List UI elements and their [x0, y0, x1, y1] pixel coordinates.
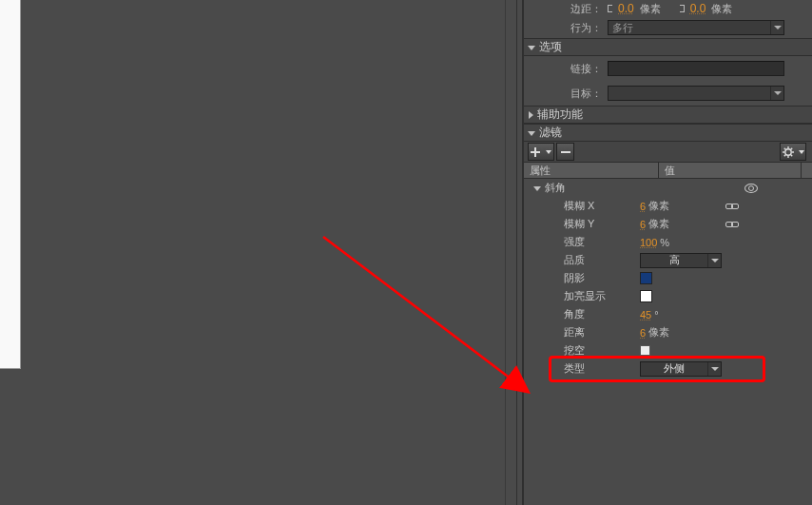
highlight-color-swatch[interactable] — [640, 290, 652, 302]
filter-table-header: 属性 值 — [524, 163, 812, 179]
link-icon[interactable] — [725, 220, 739, 229]
prop-blurx: 模糊 X 6像素 — [524, 197, 812, 215]
chevron-down-icon — [770, 21, 783, 34]
chevron-down-icon — [528, 46, 535, 50]
col-attribute[interactable]: 属性 — [524, 163, 659, 178]
target-combo[interactable] — [608, 86, 784, 101]
type-combo[interactable]: 外侧 — [640, 361, 722, 377]
margin-left-icon — [608, 5, 612, 12]
quality-combo-text: 高 — [641, 253, 707, 267]
behavior-label: 行为： — [528, 21, 608, 35]
prop-highlight: 加亮显示 — [524, 287, 812, 305]
minus-icon — [561, 147, 570, 157]
link-row: 链接： — [524, 56, 812, 81]
chevron-down-icon — [707, 362, 721, 376]
prop-type: 类型 外侧 — [524, 359, 812, 378]
prop-distance-value[interactable]: 6 — [640, 327, 646, 339]
prop-strength: 强度 100% — [524, 233, 812, 251]
chevron-down-icon — [770, 87, 783, 100]
canvas-document-edge — [0, 0, 21, 369]
chevron-down-icon — [546, 150, 551, 154]
add-filter-button[interactable] — [528, 143, 554, 161]
behavior-combo-text: 多行 — [609, 21, 770, 35]
section-accessibility-title: 辅助功能 — [537, 107, 583, 123]
remove-filter-button[interactable] — [556, 143, 574, 161]
col-scroll — [801, 163, 812, 178]
prop-distance-label: 距离 — [524, 325, 640, 340]
svg-line-9 — [790, 147, 791, 148]
prop-type-label: 类型 — [524, 361, 640, 376]
section-options-title: 选项 — [539, 39, 562, 55]
prop-angle-label: 角度 — [524, 307, 640, 321]
unit-px: 像素 — [648, 217, 669, 231]
filter-group-bevel[interactable]: 斜角 — [524, 179, 812, 197]
margin-right-value[interactable]: 0.0 — [690, 2, 706, 15]
margin-right-icon — [680, 5, 685, 12]
chevron-right-icon — [529, 111, 533, 119]
svg-line-10 — [783, 154, 784, 155]
margin-left-value[interactable]: 0.0 — [618, 2, 634, 15]
section-options-header[interactable]: 选项 — [524, 38, 812, 56]
prop-blury-label: 模糊 Y — [524, 217, 640, 231]
prop-knockout: 挖空 — [524, 341, 812, 359]
quality-combo[interactable]: 高 — [640, 253, 722, 268]
prop-blurx-label: 模糊 X — [524, 199, 640, 213]
margin-fields: 0.0 像素 0.0 像素 — [608, 2, 812, 16]
prop-angle: 角度 45° — [524, 305, 812, 323]
svg-line-0 — [323, 237, 527, 391]
chevron-down-icon — [707, 254, 721, 267]
behavior-combo[interactable]: 多行 — [608, 20, 784, 35]
prop-highlight-label: 加亮显示 — [524, 289, 640, 303]
target-label: 目标： — [528, 87, 608, 101]
unit-pct: % — [660, 237, 669, 248]
section-filters-title: 滤镜 — [539, 125, 562, 141]
link-icon[interactable] — [725, 202, 739, 211]
chevron-down-icon — [799, 150, 804, 154]
behavior-row: 行为： 多行 — [524, 17, 812, 38]
chevron-down-icon — [528, 131, 535, 136]
prop-strength-value[interactable]: 100 — [640, 237, 657, 248]
unit-px: 像素 — [648, 199, 669, 213]
properties-panel: 边距： 0.0 像素 0.0 像素 行为： 多行 — [523, 0, 812, 505]
prop-blury-value[interactable]: 6 — [640, 219, 646, 230]
filters-toolbar — [524, 142, 812, 163]
knockout-checkbox[interactable] — [640, 345, 650, 356]
link-input[interactable] — [608, 61, 784, 76]
section-filters-header[interactable]: 滤镜 — [524, 124, 812, 142]
prop-distance: 距离 6像素 — [524, 323, 812, 341]
prop-quality-label: 品质 — [524, 253, 640, 267]
filter-options-button[interactable] — [780, 143, 806, 161]
prop-shadow: 阴影 — [524, 269, 812, 287]
section-accessibility-header[interactable]: 辅助功能 — [524, 106, 812, 124]
prop-shadow-label: 阴影 — [524, 271, 640, 285]
gear-icon — [783, 146, 794, 158]
type-combo-text: 外侧 — [641, 361, 707, 376]
prop-blury: 模糊 Y 6像素 — [524, 215, 812, 233]
prop-knockout-label: 挖空 — [524, 343, 640, 358]
svg-rect-1 — [561, 151, 570, 153]
margin-label: 边距： — [528, 2, 608, 16]
unit-deg: ° — [654, 309, 658, 320]
svg-point-2 — [784, 148, 790, 154]
svg-line-7 — [783, 147, 784, 148]
prop-blurx-value[interactable]: 6 — [640, 201, 646, 212]
shadow-color-swatch[interactable] — [640, 272, 652, 284]
margin-right-unit: 像素 — [711, 2, 732, 16]
plus-icon — [531, 147, 540, 157]
eye-icon[interactable] — [744, 184, 758, 193]
app-root: 边距： 0.0 像素 0.0 像素 行为： 多行 — [0, 0, 812, 505]
prop-strength-label: 强度 — [524, 235, 640, 249]
filter-group-label: 斜角 — [543, 181, 659, 195]
margin-row: 边距： 0.0 像素 0.0 像素 — [524, 0, 812, 17]
col-value[interactable]: 值 — [659, 163, 801, 178]
target-row: 目标： — [524, 81, 812, 106]
canvas-area[interactable] — [0, 0, 505, 505]
canvas-scrollbar[interactable] — [505, 0, 516, 505]
panel-splitter[interactable] — [516, 0, 523, 505]
link-label: 链接： — [528, 62, 608, 76]
unit-px: 像素 — [648, 325, 669, 340]
margin-left-unit: 像素 — [640, 2, 661, 16]
prop-angle-value[interactable]: 45 — [640, 309, 651, 320]
svg-line-8 — [790, 154, 791, 155]
filter-table-body: 斜角 模糊 X 6像素 模糊 Y 6像素 强度 100% — [524, 179, 812, 378]
